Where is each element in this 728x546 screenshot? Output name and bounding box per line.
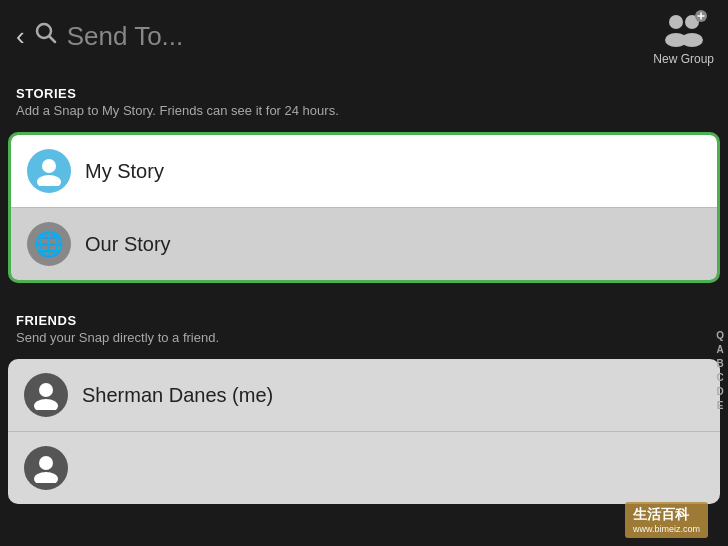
friend-item-sherman[interactable]: Sherman Danes (me) — [8, 359, 720, 431]
alpha-b[interactable]: B — [716, 358, 723, 370]
svg-point-9 — [42, 159, 56, 173]
friend-item-2[interactable] — [8, 431, 720, 504]
alpha-e[interactable]: E — [717, 400, 724, 412]
sherman-label: Sherman Danes (me) — [82, 384, 273, 407]
svg-line-1 — [49, 37, 55, 43]
my-story-item[interactable]: My Story — [11, 135, 717, 207]
friends-subtitle: Send your Snap directly to a friend. — [16, 330, 712, 345]
stories-section-header: STORIES Add a Snap to My Story. Friends … — [0, 72, 728, 122]
friend2-avatar — [24, 446, 68, 490]
our-story-avatar: 🌐 — [27, 222, 71, 266]
friends-section-header: FRIENDS Send your Snap directly to a fri… — [0, 299, 728, 349]
svg-point-11 — [39, 383, 53, 397]
watermark: 生活百科 www.bimeiz.com — [625, 502, 708, 538]
search-icon — [35, 22, 57, 50]
my-story-avatar — [27, 149, 71, 193]
watermark-main: 生活百科 — [633, 506, 700, 524]
search-placeholder[interactable]: Send To... — [67, 21, 712, 52]
svg-point-5 — [681, 33, 703, 47]
alpha-c[interactable]: C — [716, 372, 723, 384]
svg-point-13 — [39, 456, 53, 470]
new-group-label: New Group — [653, 52, 714, 66]
new-group-button[interactable]: New Group — [653, 8, 714, 66]
friends-title: FRIENDS — [16, 313, 712, 328]
svg-point-14 — [34, 472, 58, 483]
svg-point-12 — [34, 399, 58, 410]
svg-point-2 — [669, 15, 683, 29]
my-story-label: My Story — [85, 160, 164, 183]
friends-list: Sherman Danes (me) — [8, 359, 720, 504]
alpha-a[interactable]: A — [716, 344, 723, 356]
back-button[interactable]: ‹ — [16, 23, 25, 49]
globe-icon: 🌐 — [34, 230, 64, 258]
watermark-url: www.bimeiz.com — [633, 524, 700, 534]
stories-subtitle: Add a Snap to My Story. Friends can see … — [16, 103, 712, 118]
our-story-label: Our Story — [85, 233, 171, 256]
header: ‹ Send To... New Group — [0, 0, 728, 72]
alpha-index: Q A B C D E — [716, 330, 724, 412]
section-gap — [0, 283, 728, 299]
stories-title: STORIES — [16, 86, 712, 101]
alpha-q[interactable]: Q — [716, 330, 724, 342]
alpha-d[interactable]: D — [716, 386, 723, 398]
our-story-item[interactable]: 🌐 Our Story — [11, 207, 717, 280]
new-group-icon — [658, 8, 710, 50]
stories-list: My Story 🌐 Our Story — [8, 132, 720, 283]
svg-point-10 — [37, 175, 61, 186]
sherman-avatar — [24, 373, 68, 417]
